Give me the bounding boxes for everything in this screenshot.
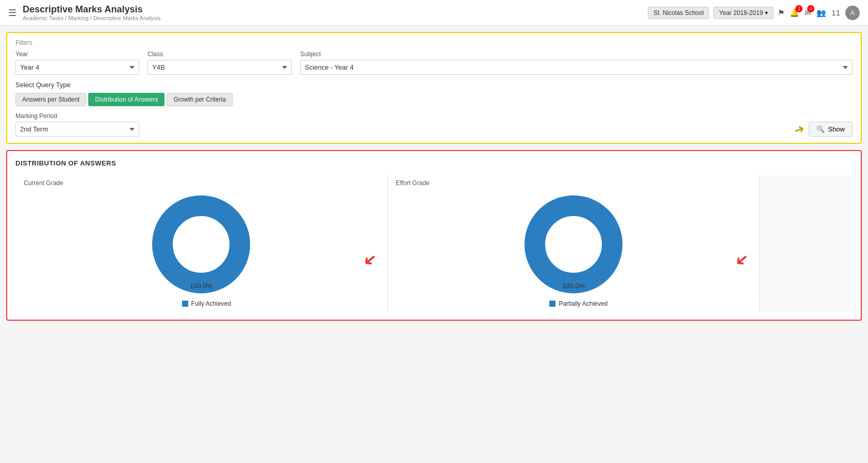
year-filter-group: Year Year 4Year 3Year 5 [15,51,139,75]
current-grade-chart-area: 100.0% Fully Achieved [24,193,379,307]
effort-grade-title: Effort Grade [396,179,430,187]
users-icon[interactable]: 👥 [816,8,826,18]
current-grade-legend: Fully Achieved [182,300,231,307]
class-filter-label: Class [148,51,292,58]
current-grade-chart-block: Current Grade 100.0% Fully Achieved [15,175,388,311]
empty-chart-block [760,175,853,311]
show-button[interactable]: 🔍 Show [809,122,853,137]
header-right: St. Nicolas School Year 2018-2019 ▾ ⚑ 🔔 … [648,6,860,20]
year-select[interactable]: Year 4Year 3Year 5 [15,60,139,75]
distribution-of-answers-btn[interactable]: Distribution of Answers [88,93,165,106]
year-filter-label: Year [15,51,139,58]
subject-filter-group: Subject Science - Year 4Math - Year 4 [300,51,853,75]
marking-period-label: Marking Period [15,112,139,120]
answers-per-student-btn[interactable]: Answers per Student [15,93,86,106]
mail-count: 0 [807,5,814,12]
query-type-buttons: Answers per Student Distribution of Answ… [15,93,853,106]
current-grade-donut: 100.0% [150,193,253,296]
arrow-hint-icon: ➜ [792,121,807,138]
effort-grade-svg: 100.0% [522,193,625,296]
marking-period-group: Marking Period 1st Term2nd Term3rd Term [15,112,139,137]
charts-container: Current Grade 100.0% Fully Achieved [15,175,853,311]
marking-period-select[interactable]: 1st Term2nd Term3rd Term [15,122,139,137]
page-title: Descriptive Marks Analysis [23,4,648,15]
current-grade-title: Current Grade [24,179,63,187]
school-badge: St. Nicolas School [648,7,709,19]
chevron-down-icon: ▾ [765,9,768,16]
menu-icon[interactable]: ☰ [8,7,17,19]
show-btn-wrapper: ➜ 🔍 Show [794,122,853,137]
svg-text:100.0%: 100.0% [190,282,213,290]
flag-icon[interactable]: ⚑ [778,8,784,18]
effort-grade-chart-block: Effort Grade 100.0% Partially Achieved [388,175,760,311]
search-icon: 🔍 [816,125,825,133]
year-selector[interactable]: Year 2018-2019 ▾ [713,7,774,19]
year-label: Year 2018-2019 [719,9,763,16]
header-icons: ⚑ 🔔 2 ✉ 0 👥 11 A [778,6,860,20]
effort-grade-legend-label: Partially Achieved [559,300,608,307]
filters-section: Filters Year Year 4Year 3Year 5 Class Y4… [6,32,862,144]
subject-select[interactable]: Science - Year 4Math - Year 4 [300,60,853,75]
bell-wrapper[interactable]: 🔔 2 [790,8,799,18]
svg-point-4 [535,206,612,283]
effort-grade-donut: 100.0% [522,193,625,296]
svg-text:100.0%: 100.0% [562,282,585,290]
mail-wrapper[interactable]: ✉ 0 [805,8,811,18]
user-count: 11 [831,8,840,17]
effort-grade-legend: Partially Achieved [549,300,608,307]
avatar-initials: A [850,9,855,16]
class-filter-group: Class Y4BY4AY4C [148,51,292,75]
bell-count: 2 [795,5,803,12]
svg-point-1 [162,206,240,283]
marking-period-row: Marking Period 1st Term2nd Term3rd Term … [15,112,853,137]
show-btn-label: Show [828,125,845,133]
subject-filter-label: Subject [300,51,853,58]
filters-label: Filters [15,39,853,46]
effort-grade-legend-dot [549,301,555,307]
growth-per-criteria-btn[interactable]: Growth per Criteria [167,93,232,106]
query-type-section: Select Query Type Answers per Student Di… [15,81,853,106]
current-grade-svg: 100.0% [150,193,253,296]
class-select[interactable]: Y4BY4AY4C [148,60,292,75]
main-content: Filters Year Year 4Year 3Year 5 Class Y4… [0,26,868,327]
breadcrumb: Academic Tasks / Marking / Descriptive M… [23,15,648,21]
results-section: DISTRIBUTION OF ANSWERS Current Grade 10… [6,150,862,321]
current-grade-legend-label: Fully Achieved [191,300,231,307]
results-title: DISTRIBUTION OF ANSWERS [15,159,853,167]
app-header: ☰ Descriptive Marks Analysis Academic Ta… [0,0,868,26]
query-type-label: Select Query Type [15,81,853,89]
header-title-block: Descriptive Marks Analysis Academic Task… [23,4,648,22]
current-grade-legend-dot [182,301,188,307]
avatar[interactable]: A [845,6,860,20]
filters-row: Year Year 4Year 3Year 5 Class Y4BY4AY4C … [15,51,853,75]
effort-grade-chart-area: 100.0% Partially Achieved [396,193,751,307]
